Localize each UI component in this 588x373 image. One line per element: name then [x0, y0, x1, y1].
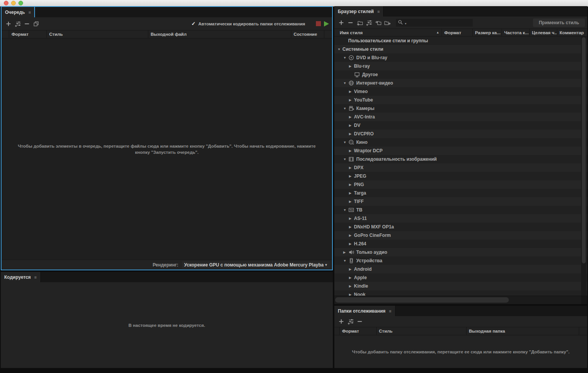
queue-list[interactable]: Чтобы добавить элементы в очередь, перет… [2, 38, 332, 260]
tree-collapsed-arrow-icon[interactable]: ▶ [349, 225, 354, 229]
preset-tree-item-dvd-и-blu-ray[interactable]: ▼DVD и Blu-ray [334, 53, 587, 62]
preset-tree-item-png[interactable]: ▶PNG [334, 180, 587, 189]
tree-collapsed-arrow-icon[interactable]: ▶ [349, 242, 354, 246]
tree-expanded-arrow-icon[interactable]: ▼ [343, 107, 348, 110]
preset-tree-item-dvcpro[interactable]: ▶DVCPRO [334, 130, 587, 138]
tree-collapsed-arrow-icon[interactable]: ▶ [349, 216, 354, 220]
search-options-caret-icon[interactable]: ▼ [404, 22, 407, 25]
titlebar[interactable] [0, 0, 588, 7]
tree-collapsed-arrow-icon[interactable]: ▶ [349, 174, 354, 178]
tab-encoding[interactable]: Кодируется ≡ [1, 272, 41, 282]
preset-tree-item-последовательность-изображений[interactable]: ▼Последовательность изображений [334, 155, 587, 163]
zoom-button[interactable] [18, 1, 23, 5]
remove-folder-button[interactable] [355, 317, 364, 326]
column-header-spacer[interactable] [334, 327, 340, 335]
preset-tree-item-dnxhd-mxf-op1a[interactable]: ▶DNxHD MXF OP1a [334, 223, 587, 231]
preset-tree-item-youtube[interactable]: ▶YouTube [334, 96, 587, 104]
tree-collapsed-arrow-icon[interactable]: ▶ [349, 132, 354, 136]
preset-tree-item-targa[interactable]: ▶Targa [334, 189, 587, 197]
export-presets-button[interactable] [383, 18, 392, 27]
preset-tree-item-камеры[interactable]: ▼Камеры [334, 104, 587, 113]
import-presets-button[interactable] [374, 18, 383, 27]
column-header-status[interactable]: Состояние [291, 30, 324, 38]
preset-tree-item-nook[interactable]: ▶Nook [334, 290, 587, 296]
close-button[interactable] [4, 1, 8, 5]
panel-menu-icon[interactable]: ≡ [389, 309, 391, 313]
minimize-button[interactable] [11, 1, 16, 5]
stop-queue-button[interactable] [314, 20, 323, 28]
horizontal-scrollbar-thumb[interactable] [335, 297, 509, 303]
tree-collapsed-arrow-icon[interactable]: ▶ [349, 293, 354, 296]
preset-tree-item-blu-ray[interactable]: ▶Blu-ray [334, 62, 587, 70]
add-source-button[interactable] [4, 20, 13, 28]
preset-search-field[interactable]: ▼ [396, 19, 473, 27]
delete-preset-button[interactable] [346, 18, 355, 27]
preset-tree-item-tiff[interactable]: ▶TIFF [334, 197, 587, 206]
auto-encode-checkbox[interactable]: ✓ [191, 21, 196, 27]
tree-collapsed-arrow-icon[interactable]: ▶ [349, 64, 354, 68]
preset-tree-item-android[interactable]: ▶Android [334, 265, 587, 273]
horizontal-scrollbar[interactable] [334, 296, 587, 304]
column-header-preset-name[interactable]: Имя стиля▲ [334, 29, 442, 36]
auto-encode-label[interactable]: Автоматически кодировать папки отслежива… [198, 22, 305, 26]
preset-tree-item-apple[interactable]: ▶Apple [334, 273, 587, 282]
create-preset-button[interactable] [337, 18, 346, 27]
tab-watch-folders[interactable]: Папки отслеживания ≡ [334, 306, 395, 316]
preset-tree-item-dpx[interactable]: ▶DPX [334, 163, 587, 172]
column-header-output-file[interactable]: Выходной файл [148, 30, 291, 38]
column-header-format[interactable]: Формат [340, 327, 377, 335]
tree-collapsed-arrow-icon[interactable]: ▶ [349, 183, 354, 186]
preset-tree-item-dv[interactable]: ▶DV [334, 121, 587, 130]
tree-collapsed-arrow-icon[interactable]: ▶ [349, 115, 354, 119]
preset-tree-item-устройства[interactable]: ▼Устройства [334, 256, 587, 265]
column-header-preset[interactable]: Стиль [47, 30, 148, 38]
preset-tree-item-тв[interactable]: ▼ТВ [334, 206, 587, 214]
tab-preset-browser[interactable]: Браузер стилей ≡ [334, 6, 384, 17]
start-queue-button[interactable] [323, 20, 332, 28]
preset-tree-item-vimeo[interactable]: ▶Vimeo [334, 87, 587, 96]
preset-tree-item-кино[interactable]: ▼Кино [334, 138, 587, 147]
preset-tree-item-kindle[interactable]: ▶Kindle [334, 282, 587, 290]
preset-tree-item-другое[interactable]: Другое [334, 70, 587, 79]
preset-tree-item-gopro-cineform[interactable]: ▶GoPro CineForm [334, 231, 587, 240]
preset-tree-item-jpeg[interactable]: ▶JPEG [334, 172, 587, 180]
preset-tree-item-только-аудио[interactable]: ▶Только аудио [334, 248, 587, 256]
add-output-button[interactable] [13, 20, 22, 28]
tree-collapsed-arrow-icon[interactable]: ▶ [349, 123, 354, 127]
column-header-comment[interactable]: Комментар [557, 29, 587, 36]
renderer-dropdown[interactable]: Ускорение GPU с помощью механизма Adobe … [182, 261, 330, 268]
preset-settings-button[interactable] [364, 18, 374, 27]
remove-button[interactable] [22, 20, 32, 28]
tree-collapsed-arrow-icon[interactable]: ▶ [349, 191, 354, 195]
tree-collapsed-arrow-icon[interactable]: ▶ [349, 233, 354, 237]
tree-collapsed-arrow-icon[interactable]: ▶ [349, 166, 354, 170]
add-folder-button[interactable] [337, 317, 346, 326]
preset-tree-item-интернет-видео[interactable]: ▼Интернет-видео [334, 79, 587, 87]
tree-collapsed-arrow-icon[interactable]: ▶ [349, 276, 354, 280]
tree-collapsed-arrow-icon[interactable]: ▶ [349, 149, 354, 153]
tree-collapsed-arrow-icon[interactable]: ▶ [343, 250, 348, 254]
vertical-scrollbar[interactable] [581, 37, 586, 296]
tree-collapsed-arrow-icon[interactable]: ▶ [349, 200, 354, 203]
tree-expanded-arrow-icon[interactable]: ▼ [343, 259, 348, 263]
column-header-format[interactable]: Формат [442, 29, 473, 36]
duplicate-button[interactable] [32, 20, 41, 28]
watch-content[interactable]: Чтобы добавить папку отслеживания, перет… [334, 335, 587, 368]
tree-expanded-arrow-icon[interactable]: ▼ [343, 140, 348, 144]
column-header-output-folder[interactable]: Выходная папка [467, 327, 579, 335]
panel-menu-icon[interactable]: ≡ [34, 275, 37, 280]
column-header-preset[interactable]: Стиль [377, 327, 467, 335]
tree-collapsed-arrow-icon[interactable]: ▶ [349, 90, 354, 93]
tree-collapsed-arrow-icon[interactable]: ▶ [349, 267, 354, 271]
panel-menu-icon[interactable]: ≡ [28, 10, 31, 15]
column-header-gutter[interactable] [324, 30, 332, 38]
tree-expanded-arrow-icon[interactable]: ▼ [343, 56, 348, 60]
panel-menu-icon[interactable]: ≡ [377, 9, 380, 14]
create-group-button[interactable] [355, 18, 364, 27]
tree-expanded-arrow-icon[interactable]: ▼ [337, 47, 342, 51]
preset-tree-item-пользовательские-стили-и-группы[interactable]: Пользовательские стили и группы [334, 37, 587, 45]
column-header-frame-size[interactable]: Размер ка... [473, 29, 502, 36]
column-header-frame-rate[interactable]: Частота к... [502, 29, 530, 36]
tree-expanded-arrow-icon[interactable]: ▼ [343, 157, 348, 161]
apply-preset-button[interactable]: Применить стиль [533, 18, 585, 27]
